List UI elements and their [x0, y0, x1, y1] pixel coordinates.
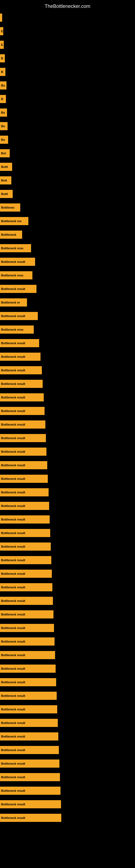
bar-item: Bottleneck result [0, 569, 52, 578]
bar-row: Bottleneck result [0, 608, 135, 621]
bar-row: Bottleneck result [0, 445, 135, 458]
bar-row: Bottleneck result [0, 364, 135, 377]
bar-row: Bottlenec [0, 201, 135, 214]
bar-row: Bo [0, 106, 135, 119]
bar-row: Bottleneck res [0, 214, 135, 228]
bar-item [0, 13, 2, 22]
bar-item: Bot [0, 149, 10, 157]
bar-label: Bottleneck re [1, 301, 20, 304]
bar-row: Bottl [0, 187, 135, 201]
bar-label: Bottleneck result [1, 762, 25, 765]
bar-item: Bottleneck result [0, 529, 50, 537]
bar-item: E [0, 27, 3, 35]
bar-label: Bottleneck resu [1, 274, 24, 277]
bar-row: Bottleneck result [0, 621, 135, 635]
bar-item: Bottleneck result [0, 583, 52, 591]
bar-row: Bottleneck resu [0, 269, 135, 282]
bar-label: Bottleneck result [1, 708, 25, 711]
bar-label: Bott [1, 179, 7, 182]
bar-row: Bottleneck result [0, 513, 135, 526]
bar-row: B [0, 92, 135, 106]
bar-label: Bottleneck result [1, 464, 25, 467]
bar-row: Bottleneck result [0, 743, 135, 757]
bar-item: Bottleneck res [0, 217, 28, 225]
bar-row: Bottleneck result [0, 811, 135, 825]
bar-row: Bottleneck resu [0, 241, 135, 255]
bar-item: Bottleneck result [0, 638, 54, 646]
bar-row: Bottl [0, 160, 135, 174]
site-title: TheBottlenecker.com [0, 1, 135, 11]
bar-row: Bottleneck result [0, 594, 135, 608]
bar-label: Bottleneck result [1, 694, 25, 698]
bar-row: E [0, 24, 135, 38]
bar-label: Bottleneck result [1, 450, 25, 453]
bar-label: Bottl [1, 165, 8, 168]
bar-row: Bottleneck result [0, 675, 135, 689]
bar-item: Bottleneck result [0, 814, 61, 822]
bar-item: Bottl [0, 163, 12, 171]
bar-item: Bottl [0, 190, 13, 198]
bar-label: Bottleneck resu [1, 328, 24, 331]
bar-item: Bottleneck result [0, 664, 56, 673]
bar-label: Bottlenec [1, 206, 14, 209]
bar-item: Bott [0, 176, 11, 184]
bar-label: Bottleneck result [1, 409, 25, 412]
bar-row: Bottleneck result [0, 391, 135, 404]
bar-row: Bottleneck result [0, 486, 135, 499]
bar-label: Bottleneck result [1, 545, 25, 548]
bar-row: Bottleneck result [0, 499, 135, 513]
bar-item: Bottleneck [0, 230, 22, 239]
bar-item: E [0, 41, 4, 49]
bar-label: Bottleneck result [1, 735, 25, 738]
bar-label: Bottleneck result [1, 382, 25, 385]
bar-item: Bottleneck result [0, 786, 60, 795]
bar-row: Bo [0, 119, 135, 133]
bar-item: Bottleneck result [0, 692, 57, 700]
bar-item: Bottleneck result [0, 542, 51, 551]
bar-row: Bottleneck result [0, 730, 135, 743]
bar-row: Bottleneck result [0, 540, 135, 553]
bar-row: Bottleneck result [0, 526, 135, 540]
bar-row: Bot [0, 147, 135, 160]
bar-label: Bottleneck result [1, 355, 25, 358]
bar-row: Bottleneck result [0, 377, 135, 391]
bar-row: Bottleneck result [0, 784, 135, 798]
bar-row: Bottleneck result [0, 703, 135, 716]
bar-row: Bottleneck result [0, 567, 135, 581]
bar-label: E [1, 30, 3, 33]
bar-label: Bottleneck result [1, 586, 25, 589]
bar-row: Bottleneck result [0, 757, 135, 770]
bar-item: Bottleneck result [0, 733, 58, 741]
bar-label: Bottleneck result [1, 341, 25, 345]
bar-label: Bot [1, 152, 6, 155]
bar-row: Bottleneck result [0, 553, 135, 567]
bar-item: Bottleneck resu [0, 244, 31, 252]
bar-item: B [0, 68, 5, 76]
bar-row: Bottleneck result [0, 350, 135, 364]
bar-row: Bottleneck result [0, 458, 135, 472]
bar-row: Bottleneck result [0, 635, 135, 648]
bar-row: Bottleneck result [0, 472, 135, 486]
bar-label: Bottleneck resu [1, 247, 24, 250]
bar-row: Bottleneck result [0, 336, 135, 350]
bar-row: Bo [0, 133, 135, 147]
bar-label: Bottleneck result [1, 477, 25, 480]
bar-item: Bottleneck result [0, 312, 38, 320]
bar-label: Bottleneck result [1, 504, 25, 507]
bar-row [0, 11, 135, 24]
bar-label: Bo [1, 84, 5, 87]
bar-label: Bottleneck result [1, 599, 25, 602]
bar-item: Bottleneck result [0, 339, 39, 347]
bar-item: Bottleneck result [0, 461, 47, 469]
bar-item: Bottleneck result [0, 502, 49, 510]
bar-item: Bottleneck result [0, 760, 59, 768]
bar-item: Bottleneck result [0, 380, 43, 388]
bar-row: Bottleneck resu [0, 323, 135, 336]
bar-label: B [1, 97, 3, 101]
bar-label: Bottleneck result [1, 667, 25, 670]
bar-item: Bottleneck result [0, 705, 57, 713]
bar-item: Bottleneck result [0, 434, 46, 442]
bar-label: Bottleneck result [1, 572, 25, 575]
bar-label: Bottleneck result [1, 531, 25, 535]
bar-label: Bottleneck result [1, 640, 25, 643]
